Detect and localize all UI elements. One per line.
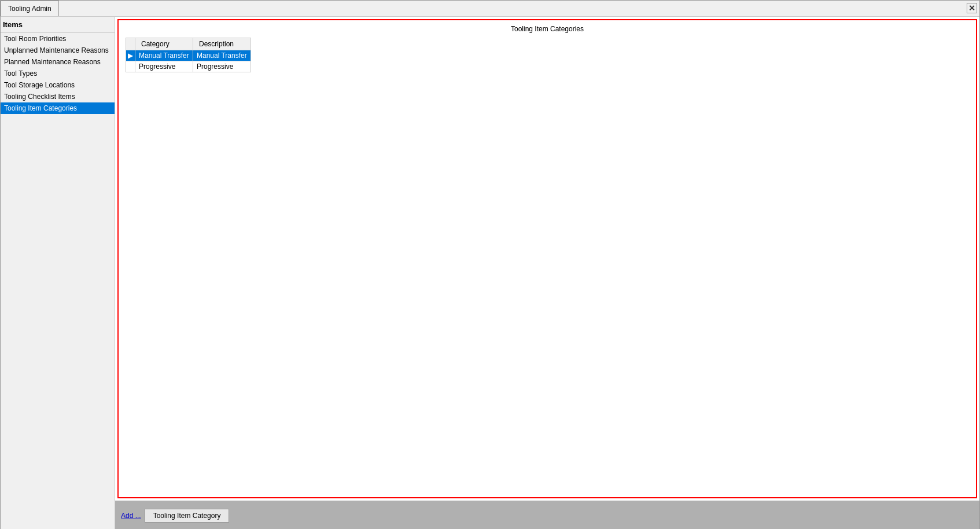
sidebar: Items Tool Room Priorities Unplanned Mai…	[1, 17, 115, 529]
add-link[interactable]: Add ...	[121, 512, 141, 520]
sidebar-item-tool-storage-locations[interactable]: Tool Storage Locations	[1, 79, 115, 91]
sidebar-item-planned-maintenance-reasons[interactable]: Planned Maintenance Reasons	[1, 56, 115, 68]
row-indicator: ▶	[126, 50, 135, 61]
content-main: Tooling Item Categories Category Descrip…	[117, 19, 977, 498]
category-cell: Progressive	[135, 61, 193, 72]
description-cell: Manual Transfer	[193, 50, 251, 61]
title-bar: Tooling Admin ✕	[1, 1, 979, 17]
row-indicator-header	[126, 38, 135, 50]
sidebar-item-tool-room-priorities[interactable]: Tool Room Priorities	[1, 33, 115, 45]
main-window: Tooling Admin ✕ Items Tool Room Prioriti…	[0, 0, 980, 529]
sidebar-item-tooling-checklist-items[interactable]: Tooling Checklist Items	[1, 91, 115, 102]
description-cell: Progressive	[193, 61, 251, 72]
content-area: Tooling Item Categories Category Descrip…	[115, 17, 979, 529]
sidebar-item-unplanned-maintenance-reasons[interactable]: Unplanned Maintenance Reasons	[1, 45, 115, 56]
page-title: Tooling Item Categories	[119, 20, 976, 36]
table-row[interactable]: ▶Manual TransferManual Transfer	[126, 50, 251, 61]
description-column-header: Description	[193, 38, 251, 50]
category-cell: Manual Transfer	[135, 50, 193, 61]
main-container: Items Tool Room Priorities Unplanned Mai…	[1, 17, 979, 529]
close-button[interactable]: ✕	[967, 3, 977, 13]
row-indicator	[126, 61, 135, 72]
categories-table: Category Description ▶Manual TransferMan…	[126, 38, 251, 72]
tooling-item-category-button[interactable]: Tooling Item Category	[145, 509, 230, 523]
sidebar-header: Items	[1, 17, 115, 33]
sidebar-item-tooling-item-categories[interactable]: Tooling Item Categories	[1, 102, 115, 114]
sidebar-item-tool-types[interactable]: Tool Types	[1, 68, 115, 79]
table-row[interactable]: ProgressiveProgressive	[126, 61, 251, 72]
title-tab[interactable]: Tooling Admin	[1, 1, 59, 16]
footer-bar: Add ... Tooling Item Category	[115, 501, 979, 529]
category-column-header: Category	[135, 38, 193, 50]
